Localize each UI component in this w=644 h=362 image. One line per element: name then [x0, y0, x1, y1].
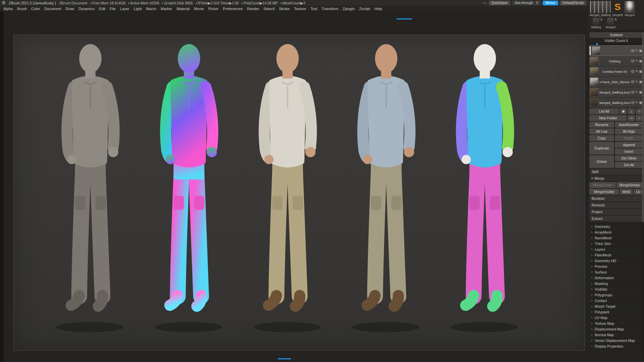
- figure-normal-map[interactable]: [144, 38, 233, 340]
- canvas-scroll-indicator-bottom[interactable]: [278, 358, 291, 359]
- move-down-button[interactable]: ▼: [636, 108, 643, 114]
- quicksave-button[interactable]: QuickSave: [489, 1, 510, 5]
- palette-section[interactable]: ▸ Morph Target: [589, 304, 643, 309]
- figure-polygroups[interactable]: [440, 38, 529, 340]
- palette-section[interactable]: ▸ NanoMesh: [589, 235, 643, 241]
- see-through-slider[interactable]: See-through 0: [512, 1, 541, 5]
- menu-item[interactable]: Light: [134, 7, 142, 11]
- palette-section[interactable]: ▸ Texture Map: [589, 321, 643, 326]
- folder-options-button[interactable]: ↪: [628, 115, 635, 121]
- menu-item[interactable]: Texture: [294, 7, 306, 11]
- uv-button[interactable]: Uv: [634, 189, 643, 195]
- panel-scrollbar[interactable]: [642, 32, 644, 360]
- menu-item[interactable]: Transform: [322, 7, 338, 11]
- append-button[interactable]: Append: [615, 142, 643, 148]
- sculpt-brush-icon[interactable]: ✎: [636, 101, 638, 104]
- palette-section[interactable]: ▸ Masking: [589, 281, 643, 287]
- sculpt-brush-icon[interactable]: ✎: [636, 49, 638, 52]
- canvas-scroll-indicator-top[interactable]: [396, 18, 412, 19]
- eye-icon[interactable]: [631, 80, 635, 83]
- figure-textured-offwhite-shirt[interactable]: [243, 38, 331, 340]
- visible-count-control[interactable]: Visible Count 6: [589, 39, 643, 45]
- visible-count-slider[interactable]: [593, 44, 639, 45]
- subtool-header[interactable]: Subtool: [589, 32, 643, 38]
- paint-all-button[interactable]: [620, 108, 627, 114]
- palette-section[interactable]: ▸ Deformation: [589, 275, 643, 281]
- merge-section-header[interactable]: ▸ Merge: [589, 175, 643, 181]
- eye-icon[interactable]: [631, 101, 635, 104]
- palette-section[interactable]: ▸ Preview: [589, 264, 643, 269]
- panel-scrollbar-thumb[interactable]: [642, 32, 644, 222]
- menu-item[interactable]: Zscript: [359, 7, 370, 11]
- figure-clay-matcap[interactable]: [46, 38, 134, 340]
- simplebrush-icon[interactable]: S: [612, 1, 623, 13]
- polyframe-icon[interactable]: ▦: [639, 60, 642, 63]
- polyframe-icon[interactable]: ▦: [639, 70, 642, 73]
- subtool-row[interactable]: Merged_Walking boot2 ✎ ▦: [589, 87, 643, 97]
- eye-icon[interactable]: [631, 91, 635, 94]
- menu-item[interactable]: Preferences: [223, 7, 243, 11]
- paste-button[interactable]: Paste: [615, 135, 643, 141]
- project-section-header[interactable]: Project: [589, 209, 643, 215]
- palette-section[interactable]: ▸ Polygroups: [589, 292, 643, 298]
- subtool-row[interactable]: ✎ ▦: [589, 46, 643, 56]
- autoreorder-button[interactable]: AutoReorder: [615, 122, 643, 128]
- new-folder-button[interactable]: New Folder: [589, 115, 627, 121]
- default-zscript-button[interactable]: DefaultZScript: [560, 1, 586, 5]
- merge-similar-button[interactable]: MergeSimilar: [616, 182, 643, 188]
- menu-item[interactable]: Color: [31, 7, 40, 11]
- palette-section[interactable]: ▸ Geometry: [589, 224, 643, 230]
- insert-button[interactable]: Insert: [615, 148, 643, 155]
- polyframe-icon[interactable]: ▦: [639, 80, 642, 83]
- subtool-row[interactable]: Merged_Walking boot3 ✎ ▦: [589, 98, 643, 108]
- tool-thumbnail-merged-2[interactable]: 5: [607, 18, 614, 25]
- menu-item[interactable]: File: [110, 7, 116, 11]
- merge-visible-button[interactable]: MergeVisible: [589, 189, 619, 195]
- menu-item[interactable]: Document: [44, 7, 61, 11]
- palette-section[interactable]: ▸ Displacement Map: [589, 326, 643, 332]
- polyframe-icon[interactable]: ▦: [639, 91, 642, 94]
- menu-item[interactable]: Layer: [120, 7, 129, 11]
- copy-button[interactable]: Copy: [589, 135, 614, 141]
- palette-section[interactable]: ▸ Polypaint: [589, 309, 643, 315]
- polyframe-icon[interactable]: ▦: [639, 101, 642, 104]
- palette-section[interactable]: ▸ Thick Skin: [589, 241, 643, 247]
- tool-thumbnail-merged-walking[interactable]: [590, 1, 611, 13]
- eye-icon[interactable]: [631, 70, 635, 73]
- menu-item[interactable]: Edit: [99, 7, 105, 11]
- extract-section-header[interactable]: Extract: [589, 216, 643, 222]
- delete-button[interactable]: Delete: [589, 155, 614, 168]
- menu-item[interactable]: Macro: [146, 7, 156, 11]
- polyframe-icon[interactable]: ▦: [639, 49, 642, 52]
- sculpt-brush-icon[interactable]: ✎: [636, 60, 638, 63]
- menu-item[interactable]: Material: [176, 7, 190, 11]
- tool-thumbnail-merged[interactable]: [624, 1, 635, 13]
- figure-textured-blue-shirt[interactable]: [341, 38, 430, 340]
- del-all-button[interactable]: Del All: [615, 162, 643, 168]
- merge-down-button[interactable]: MergeDown: [589, 182, 616, 188]
- sculpt-brush-icon[interactable]: ✎: [636, 91, 638, 94]
- menu-item[interactable]: Stencil: [264, 7, 275, 11]
- list-all-button[interactable]: List All: [589, 108, 619, 114]
- move-up-button[interactable]: ▲: [628, 108, 635, 114]
- palette-section[interactable]: ▸ ArrayMesh: [589, 230, 643, 235]
- palette-section[interactable]: ▸ Contact: [589, 298, 643, 304]
- subtool-row[interactable]: Combat Pants 03 ✎ ▦: [589, 66, 643, 76]
- palette-section[interactable]: ▸ Vector Displacement Map: [589, 338, 643, 344]
- menu-item[interactable]: Zplugin: [342, 7, 355, 11]
- palette-section[interactable]: ▸ Normal Map: [589, 332, 643, 338]
- rename-button[interactable]: Rename: [589, 122, 614, 128]
- sculpt-brush-icon[interactable]: ✎: [636, 70, 638, 73]
- menu-item[interactable]: Dynamics: [78, 7, 95, 11]
- menu-item[interactable]: Help: [375, 7, 382, 11]
- menu-item[interactable]: Alpha: [3, 7, 13, 11]
- all-low-button[interactable]: All Low: [589, 128, 614, 134]
- folder-collapse-button[interactable]: ▸: [636, 115, 643, 121]
- palette-section[interactable]: ▸ UV Map: [589, 315, 643, 321]
- tool-thumbnail-walking[interactable]: 2: [593, 18, 599, 25]
- menus-toggle-button[interactable]: Menus: [543, 1, 558, 5]
- subtool-row[interactable]: Clothing ✎ ▦: [589, 56, 643, 66]
- palette-section[interactable]: ▸ Layers: [589, 247, 643, 252]
- menu-item[interactable]: Picker: [208, 7, 219, 11]
- palette-section[interactable]: ▸ Visibility: [589, 287, 643, 292]
